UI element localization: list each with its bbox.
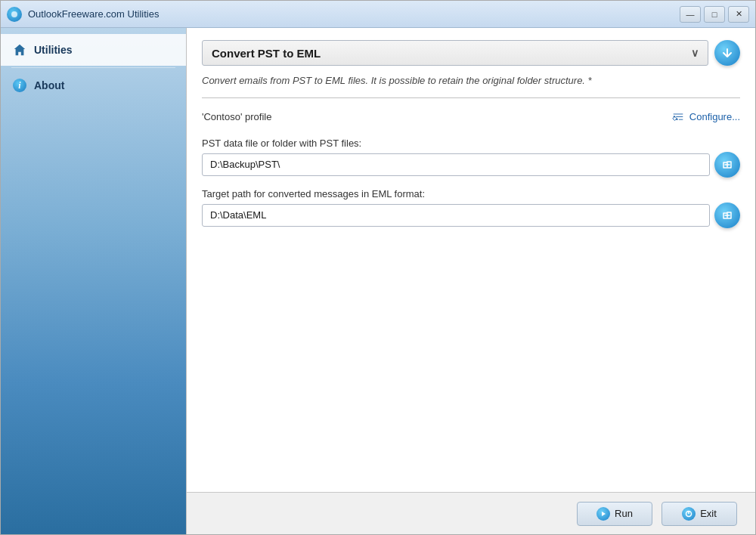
pst-input-group: PST data file or folder with PST files: xyxy=(202,138,740,178)
exit-button[interactable]: Exit xyxy=(662,502,737,526)
convert-dropdown[interactable]: Convert PST to EML ∨ xyxy=(202,40,708,66)
run-icon xyxy=(596,507,610,521)
dropdown-label: Convert PST to EML xyxy=(212,47,321,60)
app-icon xyxy=(7,7,22,22)
main-panel: Convert PST to EML ∨ Convert emails from… xyxy=(186,28,755,534)
configure-label: Configure... xyxy=(689,111,740,122)
sidebar-item-utilities[interactable]: Utilities xyxy=(1,34,186,66)
sidebar-about-label: About xyxy=(34,79,64,91)
sidebar-divider xyxy=(11,67,175,68)
dropdown-action-button[interactable] xyxy=(714,40,740,66)
maximize-button[interactable]: □ xyxy=(704,6,725,23)
target-browse-button[interactable] xyxy=(714,203,740,228)
minimize-button[interactable]: — xyxy=(680,6,701,23)
svg-marker-2 xyxy=(602,512,606,516)
target-input-label: Target path for converted messages in EM… xyxy=(202,188,740,199)
sidebar: Utilities i About Outlook Freeware .com xyxy=(1,28,186,534)
target-input-row xyxy=(202,203,740,228)
home-icon xyxy=(11,42,28,58)
dropdown-wrapper: Convert PST to EML ∨ xyxy=(202,40,708,66)
power-icon xyxy=(682,507,696,521)
sidebar-watermark: Outlook Freeware .com xyxy=(1,287,211,514)
target-input-group: Target path for converted messages in EM… xyxy=(202,188,740,228)
pst-input-label: PST data file or folder with PST files: xyxy=(202,138,740,149)
dropdown-row: Convert PST to EML ∨ xyxy=(202,40,740,66)
info-icon: i xyxy=(11,77,28,94)
pst-input-row xyxy=(202,152,740,178)
run-button[interactable]: Run xyxy=(577,502,652,526)
title-bar: OutlookFreeware.com Utilities — □ ✕ xyxy=(1,1,755,28)
window-title: OutlookFreeware.com Utilities xyxy=(28,8,680,20)
exit-label: Exit xyxy=(700,508,717,519)
profile-row: 'Contoso' profile Configure... xyxy=(202,110,740,124)
section-divider xyxy=(202,97,740,98)
app-body: Utilities i About Outlook Freeware .com … xyxy=(1,28,755,534)
pst-path-input[interactable] xyxy=(202,153,710,176)
configure-button[interactable]: Configure... xyxy=(671,110,740,124)
chevron-down-icon: ∨ xyxy=(691,47,699,59)
app-window: OutlookFreeware.com Utilities — □ ✕ Util… xyxy=(0,0,756,535)
main-content: Convert PST to EML ∨ Convert emails from… xyxy=(187,28,755,492)
pst-browse-button[interactable] xyxy=(714,152,740,178)
target-path-input[interactable] xyxy=(202,204,710,227)
description-text: Convert emails from PST to EML files. It… xyxy=(202,73,740,88)
sidebar-item-about[interactable]: i About xyxy=(1,70,186,101)
run-label: Run xyxy=(615,508,633,519)
sidebar-utilities-label: Utilities xyxy=(34,44,73,56)
window-controls: — □ ✕ xyxy=(680,6,749,23)
close-button[interactable]: ✕ xyxy=(728,6,749,23)
profile-text: 'Contoso' profile xyxy=(202,111,271,122)
footer: Run Exit xyxy=(187,492,755,534)
